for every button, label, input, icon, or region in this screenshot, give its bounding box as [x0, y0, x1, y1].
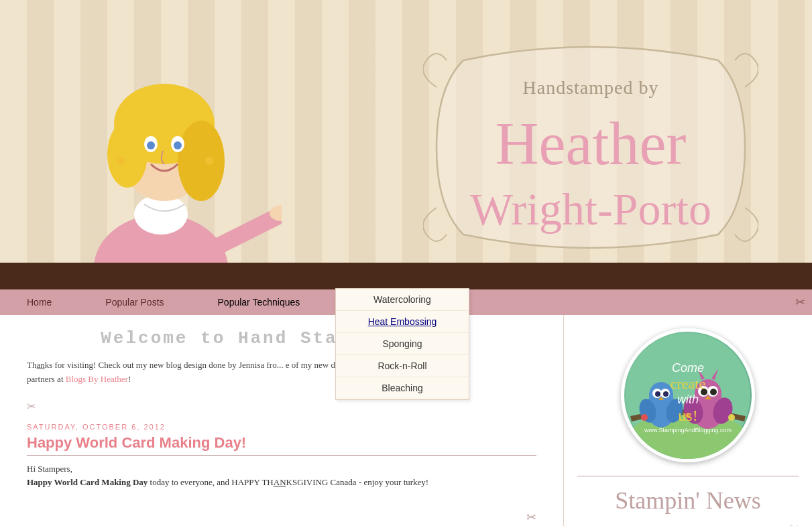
nav-popular-posts[interactable]: Popular Posts: [78, 289, 190, 315]
svg-text:Wright-Porto: Wright-Porto: [470, 184, 711, 235]
post-date: SATURDAY, OCTOBER 6, 2012: [27, 423, 536, 431]
post-body: Happy World Card Making Day today to eve…: [27, 476, 536, 490]
svg-text:Heather: Heather: [496, 111, 687, 177]
svg-point-11: [205, 157, 213, 165]
brown-bar: [0, 263, 812, 289]
character-illustration: ✂: [40, 20, 275, 302]
dropdown-rock-n-roll[interactable]: Rock-n-Roll: [336, 355, 469, 377]
scissors-nav-icon: ✂: [795, 295, 805, 310]
badge-us: us!: [644, 407, 732, 425]
sidebar-scissors-icon: ✂: [577, 521, 799, 526]
sidebar: Come create with us! www.StampingAndBlog…: [563, 315, 812, 526]
dropdown-bleaching[interactable]: Bleaching: [336, 377, 469, 399]
svg-point-9: [174, 141, 182, 149]
navigation-area: Home Popular Posts Popular Techniques St…: [0, 263, 812, 315]
badge-url: www.StampingAndBlogging.com: [644, 427, 732, 434]
scissors-divider-1: ✂: [27, 400, 536, 413]
sidebar-badge[interactable]: Come create with us! www.StampingAndBlog…: [621, 328, 755, 462]
dropdown-watercoloring[interactable]: Watercoloring: [336, 289, 469, 311]
dropdown-sponging[interactable]: Sponging: [336, 333, 469, 355]
post-divider: [27, 455, 536, 456]
blog-content: Welcome to Hand Stamp... ther Thanks for…: [0, 315, 563, 526]
scissors-divider-2: ✂: [27, 510, 536, 525]
nav-popular-techniques[interactable]: Popular Techniques: [191, 289, 327, 315]
stampin-news-header: Stampin' News: [577, 476, 799, 515]
header-area: ✂ Handstamped by Heather: [0, 0, 812, 315]
post-content: Hi Stampers, Happy World Card Making Day…: [27, 462, 536, 490]
badge-create: create: [644, 375, 732, 393]
badge-come: Come: [644, 361, 732, 375]
logo-badge-container: Handstamped by Heather Wright-Porto: [423, 20, 758, 277]
svg-point-8: [147, 141, 155, 149]
blogs-by-heather-link[interactable]: Blogs By Heather: [66, 374, 128, 384]
nav-home[interactable]: Home: [0, 289, 78, 315]
dropdown-heat-embossing[interactable]: Heat Embossing: [336, 311, 469, 333]
post-intro: Hi Stampers,: [27, 462, 536, 476]
svg-point-4: [107, 121, 148, 188]
post-title[interactable]: Happy World Card Making Day!: [27, 434, 536, 452]
svg-point-10: [117, 157, 125, 165]
dropdown-menu: Watercoloring Heat Embossing Sponging Ro…: [335, 288, 469, 400]
svg-point-5: [178, 121, 225, 201]
badge-with: with: [644, 393, 732, 407]
svg-text:Handstamped by: Handstamped by: [523, 77, 659, 98]
